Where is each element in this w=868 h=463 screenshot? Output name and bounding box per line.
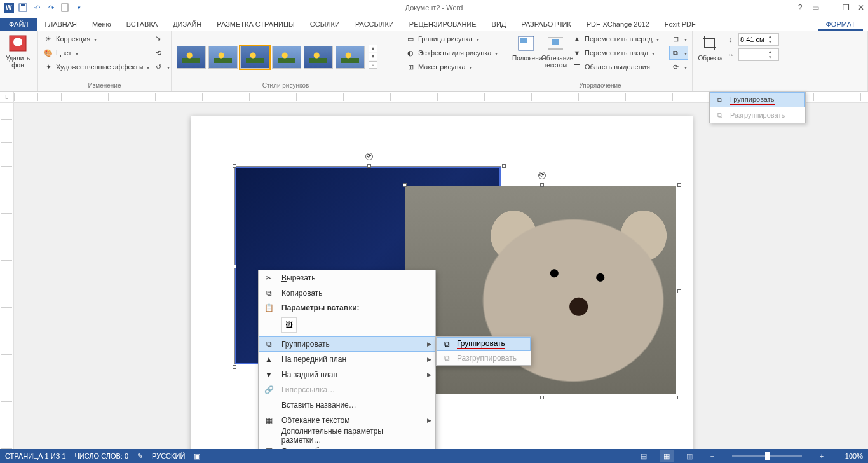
- qat-customize-icon[interactable]: ▾: [72, 1, 85, 14]
- ctx-format-object[interactable]: ◧Формат объекта…: [259, 443, 435, 449]
- picture-border-button[interactable]: ▭Граница рисунка: [404, 32, 504, 46]
- tab-file[interactable]: ФАЙЛ: [0, 18, 37, 31]
- tab-layout[interactable]: РАЗМЕТКА СТРАНИЦЫ: [209, 18, 302, 31]
- resize-handle[interactable]: [540, 183, 544, 187]
- corrections-button[interactable]: ☀Коррекция: [42, 32, 151, 46]
- bring-forward-button[interactable]: ▲Переместить вперед: [571, 32, 668, 46]
- ctx-send-back[interactable]: ▼На задний план▶: [259, 367, 435, 382]
- zoom-slider[interactable]: [732, 455, 802, 457]
- picture-effects-button[interactable]: ◐Эффекты для рисунка: [404, 46, 504, 60]
- group-button[interactable]: ⧉: [669, 46, 688, 60]
- tab-insert[interactable]: ВСТАВКА: [119, 18, 165, 31]
- dropdown-group-item[interactable]: ⧉ Группировать: [710, 92, 805, 107]
- resize-handle[interactable]: [367, 164, 371, 168]
- crop-button[interactable]: Обрезка: [696, 32, 724, 62]
- word-icon[interactable]: W: [3, 1, 15, 14]
- tab-references[interactable]: ССЫЛКИ: [302, 18, 348, 31]
- minimize-button[interactable]: —: [825, 2, 836, 13]
- link-icon: 🔗: [262, 384, 275, 396]
- align-button[interactable]: ⊟: [669, 32, 688, 46]
- status-language[interactable]: РУССКИЙ: [152, 452, 185, 460]
- vertical-ruler[interactable]: [0, 103, 14, 449]
- ctx-wrap[interactable]: ▦Обтекание текстом▶: [259, 413, 435, 428]
- close-button[interactable]: ✕: [855, 2, 867, 13]
- rotation-handle[interactable]: [538, 172, 546, 179]
- gallery-up-icon[interactable]: ▴: [369, 45, 377, 52]
- svg-rect-4: [62, 4, 68, 11]
- tab-review[interactable]: РЕЦЕНЗИРОВАНИЕ: [402, 18, 484, 31]
- resize-handle[interactable]: [677, 183, 681, 187]
- zoom-level[interactable]: 100%: [837, 452, 863, 460]
- gallery-down-icon[interactable]: ▾: [369, 53, 377, 60]
- paste-icon: 📋: [262, 302, 275, 314]
- svg-rect-3: [21, 4, 25, 6]
- title-bar: W ↶ ↷ ▾ Документ2 - Word ? ▭ — ❐ ✕: [0, 0, 868, 15]
- resize-handle[interactable]: [233, 265, 236, 268]
- color-button[interactable]: 🎨Цвет: [42, 46, 151, 60]
- ctx-more-layout[interactable]: Дополнительные параметры разметки…: [259, 428, 435, 443]
- resize-handle[interactable]: [233, 164, 236, 168]
- tab-menu[interactable]: Меню: [85, 18, 119, 31]
- send-backward-button[interactable]: ▼Переместить назад: [571, 46, 668, 60]
- restore-button[interactable]: ❐: [840, 2, 851, 13]
- ribbon-display-options-icon[interactable]: ▭: [810, 2, 821, 13]
- view-read-icon[interactable]: ▤: [637, 450, 651, 462]
- rotate-button[interactable]: ⟳: [669, 60, 688, 74]
- rotation-handle[interactable]: [365, 153, 373, 160]
- reset-picture-icon[interactable]: ↺: [152, 60, 171, 74]
- submenu-group[interactable]: ⧉Группировать: [437, 337, 531, 351]
- undo-icon[interactable]: ↶: [31, 1, 43, 14]
- gallery-more-icon[interactable]: ▿: [369, 61, 377, 69]
- window-title: Документ2 - Word: [405, 4, 463, 11]
- tab-mailings[interactable]: РАССЫЛКИ: [348, 18, 402, 31]
- save-icon[interactable]: [17, 1, 29, 14]
- zoom-out-button[interactable]: −: [705, 450, 719, 462]
- tab-foxit[interactable]: Foxit PDF: [657, 18, 703, 31]
- picture-styles-gallery[interactable]: [175, 45, 366, 70]
- status-proofing-icon[interactable]: ✎: [137, 452, 143, 460]
- resize-handle[interactable]: [233, 365, 236, 369]
- resize-handle[interactable]: [677, 289, 681, 293]
- width-input[interactable]: ▴▾: [738, 48, 779, 61]
- resize-handle[interactable]: [502, 164, 506, 168]
- picture-layout-button[interactable]: ⊞Макет рисунка: [404, 60, 504, 74]
- change-picture-icon[interactable]: ⟲: [152, 46, 171, 60]
- help-button[interactable]: ?: [794, 2, 806, 13]
- ctx-bring-front[interactable]: ▲На передний план▶: [259, 352, 435, 367]
- submenu-ungroup[interactable]: ⧉Разгруппировать: [437, 351, 531, 365]
- redo-icon[interactable]: ↷: [44, 1, 57, 14]
- status-word-count[interactable]: ЧИСЛО СЛОВ: 0: [75, 452, 129, 460]
- compress-pictures-icon[interactable]: ⇲: [152, 32, 171, 46]
- resize-handle[interactable]: [677, 396, 681, 399]
- tab-format[interactable]: ФОРМАТ: [818, 18, 864, 31]
- selection-pane-button[interactable]: ☰Область выделения: [571, 60, 668, 74]
- position-button[interactable]: Положение: [512, 32, 540, 62]
- tab-home[interactable]: ГЛАВНАЯ: [37, 18, 85, 31]
- tab-pdfxchange[interactable]: PDF-XChange 2012: [579, 18, 657, 31]
- ctx-caption[interactable]: Вставить название…: [259, 397, 435, 413]
- status-page[interactable]: СТРАНИЦА 1 ИЗ 1: [5, 452, 66, 460]
- resize-handle[interactable]: [540, 396, 544, 399]
- svg-point-6: [13, 38, 22, 46]
- svg-rect-9: [552, 39, 559, 45]
- resize-handle[interactable]: [403, 183, 407, 187]
- tab-view[interactable]: ВИД: [484, 18, 514, 31]
- zoom-in-button[interactable]: +: [815, 450, 829, 462]
- tab-design[interactable]: ДИЗАЙН: [165, 18, 209, 31]
- new-doc-icon[interactable]: [58, 1, 71, 14]
- wrap-text-button[interactable]: Обтекание текстом: [541, 32, 569, 69]
- view-print-icon[interactable]: ▦: [660, 450, 674, 462]
- status-macro-icon[interactable]: ▣: [194, 452, 200, 460]
- remove-background-button[interactable]: Удалить фон: [4, 32, 32, 69]
- height-input[interactable]: ▴▾: [738, 33, 779, 46]
- tab-developer[interactable]: РАЗРАБОТЧИК: [513, 18, 578, 31]
- artistic-effects-button[interactable]: ✦Художественные эффекты: [42, 60, 151, 74]
- view-web-icon[interactable]: ▥: [682, 450, 696, 462]
- ctx-group[interactable]: ⧉Группировать▶: [259, 336, 435, 352]
- ctx-copy[interactable]: ⧉Копировать: [259, 286, 435, 301]
- paste-option-picture[interactable]: 🖼: [281, 317, 297, 333]
- group-icon: ⧉: [262, 338, 275, 350]
- dropdown-ungroup-item[interactable]: ⧉ Разгруппировать: [710, 107, 805, 123]
- document-area[interactable]: Стиль Заливка Контур ✂Вырезать ⧉Копирова…: [0, 103, 868, 449]
- ctx-cut[interactable]: ✂Вырезать: [259, 270, 435, 286]
